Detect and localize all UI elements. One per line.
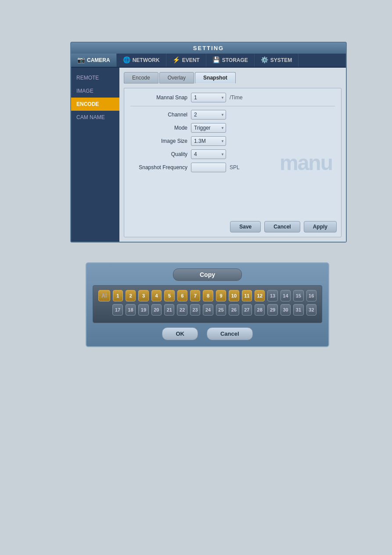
sub-tabs: Encode Overlay Snapshot [124,72,342,83]
channel-label: Channel [130,112,187,118]
save-button[interactable]: Save [230,221,261,232]
network-icon: 🌐 [123,56,131,64]
setting-title-bar: SETTING [71,43,346,54]
channel-btn-22[interactable]: 22 [177,304,187,316]
image-size-select[interactable]: 1.3M 2M 5M [191,136,226,146]
channel-btn-29[interactable]: 29 [267,304,277,316]
apply-button[interactable]: Apply [304,221,337,232]
copy-channels-area: Al 1 2 3 4 5 6 7 8 9 10 11 12 13 14 15 1… [93,285,322,323]
manual-snap-row: Mannal Snap 1 2 3 /Time [130,93,335,102]
channel-row-1: Al 1 2 3 4 5 6 7 8 9 10 11 12 13 14 15 1… [98,290,316,301]
quality-select-wrapper: 4 1 2 3 5 [191,149,226,159]
snapshot-freq-label: Snapshot Frequency [130,164,187,170]
channel-btn-1[interactable]: 1 [113,290,123,301]
form-buttons: Save Cancel Apply [230,221,337,232]
form-area: Mannal Snap 1 2 3 /Time Channel [124,88,342,237]
nav-storage[interactable]: 💾 STORAGE [206,54,255,67]
copy-cancel-button[interactable]: Cancel [207,327,253,340]
nav-network-label: NETWORK [133,57,160,63]
channel-btn-30[interactable]: 30 [281,304,291,316]
mode-select-wrapper: Trigger Continuous [191,123,226,133]
image-size-row: Image Size 1.3M 2M 5M [130,136,335,146]
channel-select[interactable]: 2 1 3 [191,110,226,120]
channel-btn-19[interactable]: 19 [138,304,148,316]
copy-dialog: Copy Al 1 2 3 4 5 6 7 8 9 10 11 12 13 14… [86,262,329,347]
nav-system-label: SYSTEM [270,57,292,63]
channel-btn-15[interactable]: 15 [293,290,303,301]
channel-btn-11[interactable]: 11 [242,290,252,301]
camera-icon: 📷 [77,56,85,64]
manual-snap-select[interactable]: 1 2 3 [191,93,226,102]
channel-btn-all[interactable]: Al [98,290,110,301]
mode-row: Mode Trigger Continuous [130,123,335,133]
snapshot-freq-unit: SPL [230,164,240,170]
form-separator [130,106,335,106]
channel-btn-9[interactable]: 9 [216,290,226,301]
channel-select-wrapper: 2 1 3 [191,110,226,120]
channel-btn-28[interactable]: 28 [255,304,265,316]
channel-btn-32[interactable]: 32 [306,304,316,316]
channel-btn-18[interactable]: 18 [126,304,136,316]
channel-btn-6[interactable]: 6 [177,290,187,301]
manual-snap-select-wrapper: 1 2 3 [191,93,226,102]
channel-btn-14[interactable]: 14 [281,290,291,301]
tab-snapshot[interactable]: Snapshot [195,72,236,83]
nav-system[interactable]: ⚙️ SYSTEM [255,54,298,67]
copy-ok-button[interactable]: OK [162,327,198,340]
channel-btn-4[interactable]: 4 [151,290,162,301]
channel-btn-12[interactable]: 12 [255,290,265,301]
quality-select[interactable]: 4 1 2 3 5 [191,149,226,159]
setting-title: SETTING [193,45,224,51]
channel-row-2: 17 18 19 20 21 22 23 24 25 26 27 28 29 3… [98,304,316,316]
sidebar: REMOTE IMAGE ENCODE CAM NAME [71,68,119,242]
snapshot-freq-input[interactable]: 1 [191,163,226,172]
channel-btn-5[interactable]: 5 [164,290,174,301]
panel-body: REMOTE IMAGE ENCODE CAM NAME Encode Over… [71,68,346,242]
manual-snap-unit: /Time [230,94,243,101]
mode-select[interactable]: Trigger Continuous [191,123,226,133]
quality-label: Quality [130,151,187,157]
channel-btn-2[interactable]: 2 [126,290,136,301]
nav-event-label: EVENT [182,57,200,63]
channel-btn-13[interactable]: 13 [267,290,277,301]
channel-row: Channel 2 1 3 [130,110,335,120]
nav-camera-label: CAMERA [87,57,110,63]
manual-snap-label: Mannal Snap [130,94,187,101]
event-icon: ⚡ [173,56,180,64]
channel-btn-26[interactable]: 26 [229,304,239,316]
cancel-button[interactable]: Cancel [264,221,300,232]
quality-row: Quality 4 1 2 3 5 [130,149,335,159]
image-size-label: Image Size [130,138,187,144]
top-nav: 📷 CAMERA 🌐 NETWORK ⚡ EVENT 💾 STORAGE ⚙️ … [71,54,346,68]
nav-network[interactable]: 🌐 NETWORK [117,54,166,67]
image-size-select-wrapper: 1.3M 2M 5M [191,136,226,146]
channel-btn-17[interactable]: 17 [112,304,122,316]
main-content: Encode Overlay Snapshot Mannal Snap 1 [119,68,346,242]
channel-btn-10[interactable]: 10 [229,290,239,301]
channel-btn-3[interactable]: 3 [138,290,148,301]
sidebar-item-image[interactable]: IMAGE [71,84,119,98]
channel-btn-21[interactable]: 21 [164,304,174,316]
channel-btn-7[interactable]: 7 [190,290,200,301]
channel-btn-8[interactable]: 8 [203,290,213,301]
channel-btn-20[interactable]: 20 [151,304,162,316]
copy-buttons: OK Cancel [93,327,322,340]
nav-camera[interactable]: 📷 CAMERA [71,54,117,67]
channel-btn-23[interactable]: 23 [190,304,200,316]
sidebar-item-camname[interactable]: CAM NAME [71,111,119,124]
snapshot-freq-row: Snapshot Frequency 1 SPL [130,163,335,172]
setting-panel: SETTING 📷 CAMERA 🌐 NETWORK ⚡ EVENT 💾 STO… [70,42,347,243]
channel-btn-25[interactable]: 25 [216,304,226,316]
storage-icon: 💾 [212,56,220,64]
channel-btn-31[interactable]: 31 [293,304,303,316]
mode-label: Mode [130,125,187,131]
channel-btn-16[interactable]: 16 [306,290,316,301]
channel-btn-24[interactable]: 24 [203,304,213,316]
tab-overlay[interactable]: Overlay [159,72,194,83]
tab-encode[interactable]: Encode [124,72,158,83]
nav-storage-label: STORAGE [222,57,248,63]
nav-event[interactable]: ⚡ EVENT [166,54,206,67]
channel-btn-27[interactable]: 27 [242,304,252,316]
sidebar-item-encode[interactable]: ENCODE [71,98,119,111]
sidebar-item-remote[interactable]: REMOTE [71,71,119,84]
